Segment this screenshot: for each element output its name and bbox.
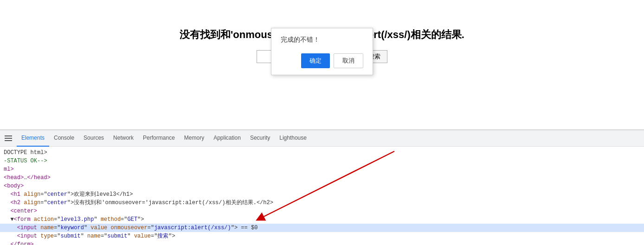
code-line: </form> xyxy=(0,240,644,245)
dialog-box: 完成的不错！ 确定 取消 xyxy=(271,28,373,75)
tab-lighthouse[interactable]: Lighthouse xyxy=(275,130,311,147)
svg-rect-1 xyxy=(5,138,12,139)
tab-network[interactable]: Network xyxy=(109,130,138,147)
code-line: ▼<form action="level3.php" method="GET"> xyxy=(0,215,644,224)
code-line: <center> xyxy=(0,207,644,215)
code-line: -STATUS OK--> xyxy=(0,157,644,165)
devtools-bar: Elements Console Sources Network Perform… xyxy=(0,130,644,147)
tab-elements[interactable]: Elements xyxy=(17,130,49,147)
devtools-panel-wrapper: DOCTYPE html> -STATUS OK--> ml> <head>…<… xyxy=(0,147,644,245)
devtools-panel[interactable]: DOCTYPE html> -STATUS OK--> ml> <head>…<… xyxy=(0,147,644,245)
dialog-cancel-button[interactable]: 取消 xyxy=(334,53,363,68)
code-line: <h2 align="center">没有找到和'onmouseover='ja… xyxy=(0,199,644,207)
tab-performance[interactable]: Performance xyxy=(138,130,180,147)
dialog-confirm-button[interactable]: 确定 xyxy=(301,53,330,68)
code-line: <head>…</head> xyxy=(0,174,644,182)
code-line: <input type="submit" name="submit" value… xyxy=(0,232,644,240)
dialog-title: 完成的不错！ xyxy=(281,36,363,44)
page-content: 完成的不错！ 确定 取消 没有找到和'onmouseover='javascri… xyxy=(0,28,644,130)
tab-console[interactable]: Console xyxy=(49,130,79,147)
dialog-buttons: 确定 取消 xyxy=(281,53,363,68)
svg-rect-0 xyxy=(5,135,12,136)
tab-application[interactable]: Application xyxy=(209,130,245,147)
code-line: <h1 align="center">欢迎来到level3</h1> xyxy=(0,190,644,199)
devtools-menu-icon[interactable] xyxy=(2,132,15,145)
tab-security[interactable]: Security xyxy=(245,130,275,147)
tab-memory[interactable]: Memory xyxy=(180,130,209,147)
tab-sources[interactable]: Sources xyxy=(79,130,109,147)
code-line: ml> xyxy=(0,165,644,174)
svg-rect-2 xyxy=(5,140,12,141)
code-line: <body> xyxy=(0,182,644,190)
code-line: DOCTYPE html> xyxy=(0,148,644,157)
code-line-highlighted: <input name="keyword" value onmouseover=… xyxy=(0,224,644,232)
